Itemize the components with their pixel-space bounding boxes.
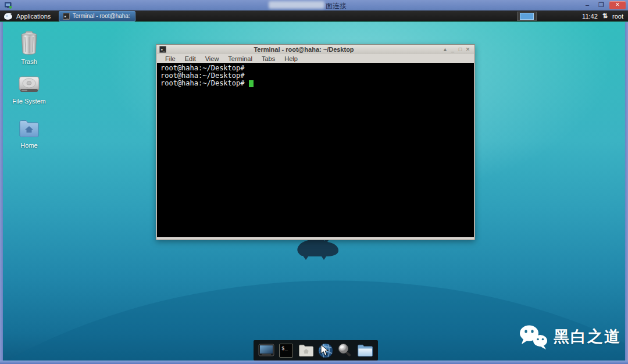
rdp-close-button[interactable]: ✕ [609,1,626,9]
terminal-titlebar-icon: ▪_ [159,46,166,53]
desktop-icon-label: Trash [10,58,48,65]
terminal-mini-icon: ▪_ [63,13,69,20]
desktop-icon-home[interactable]: Home [10,117,48,149]
terminal-shade-button[interactable]: ▲ [441,45,449,53]
desktop-icon-file-system[interactable]: File System [10,73,48,105]
mouse-cursor [320,344,329,356]
dock-search-button[interactable] [337,342,354,359]
applications-label: Applications [16,13,51,20]
terminal-cursor [249,80,254,87]
bottom-dock: $_ [254,340,378,361]
terminal-titlebar[interactable]: ▪_ Terminal - root@haha: ~/Desktop ▲ _ □… [157,45,474,54]
terminal-maximize-button[interactable]: □ [456,45,464,53]
workspace-1[interactable] [520,13,534,20]
xfce-mouse-logo-icon [3,12,13,20]
rdp-app-icon [5,2,12,9]
panel-clock[interactable]: 11:42 [582,13,598,20]
terminal-dock-icon: $_ [279,344,293,358]
rdp-minimize-button[interactable]: – [581,1,593,9]
xfce-top-panel: Applications ▪_ Terminal - root@haha: ..… [0,10,628,22]
watermark-text: 黑白之道 [554,326,621,347]
dock-home-folder-button[interactable] [298,342,314,359]
rdp-titlebar: 面连接 – ❐ ✕ [0,0,628,10]
workspace-switcher[interactable] [517,12,537,21]
desktop-icon-trash[interactable]: Trash [10,30,48,65]
network-traffic-icon[interactable]: ⇅ [602,12,608,20]
terminal-minimize-button[interactable]: _ [449,45,456,53]
terminal-prompt-text: root@haha:~/Desktop# [160,79,245,87]
rdp-border-bottom [0,361,628,364]
menu-tabs[interactable]: Tabs [257,55,280,62]
terminal-title: Terminal - root@haha: ~/Desktop [166,46,441,53]
panel-right-group: 11:42 ⇅ root [517,10,628,22]
terminal-window: ▪_ Terminal - root@haha: ~/Desktop ▲ _ □… [156,44,475,240]
rdp-window-controls: – ❐ ✕ [581,0,626,10]
taskbar-item-label: Terminal - root@haha: ... [73,13,132,19]
wechat-watermark: 黑白之道 [518,323,621,350]
dock-file-manager-button[interactable] [357,342,373,359]
rdp-title: 面连接 [326,1,347,11]
menu-help[interactable]: Help [280,55,302,62]
desktop-icon-label: File System [10,98,48,105]
search-magnifier-icon [337,343,354,358]
home-folder-dock-icon [298,344,314,357]
terminal-menubar: File Edit View Terminal Tabs Help [157,54,474,63]
rdp-border-right [625,22,628,361]
desktop-icon-label: Home [10,142,48,149]
menu-edit[interactable]: Edit [180,55,201,62]
dock-show-desktop-button[interactable] [258,342,274,359]
menu-file[interactable]: File [160,55,180,62]
remote-desktop-screen: 面连接 – ❐ ✕ Applications ▪_ Terminal - roo… [0,0,628,364]
show-desktop-icon [258,344,274,358]
rdp-border-left [0,22,3,361]
home-folder-icon [17,117,41,138]
menu-terminal[interactable]: Terminal [223,55,257,62]
dock-terminal-button[interactable]: $_ [278,342,294,359]
hard-drive-icon [17,73,41,94]
terminal-output[interactable]: root@haha:~/Desktop# root@haha:~/Desktop… [157,63,474,237]
terminal-prompt-line: root@haha:~/Desktop# [160,80,470,87]
menu-view[interactable]: View [201,55,224,62]
terminal-close-button[interactable]: ✕ [464,45,472,53]
rdp-restore-button[interactable]: ❐ [595,1,607,9]
censored-title-blur [269,1,324,9]
taskbar-item-terminal[interactable]: ▪_ Terminal - root@haha: ... [59,11,135,22]
file-manager-folder-icon [357,344,373,357]
applications-menu-button[interactable]: Applications [0,10,56,22]
wechat-logo-icon [518,323,549,350]
trash-icon [18,30,40,55]
user-menu[interactable]: root [612,13,623,20]
